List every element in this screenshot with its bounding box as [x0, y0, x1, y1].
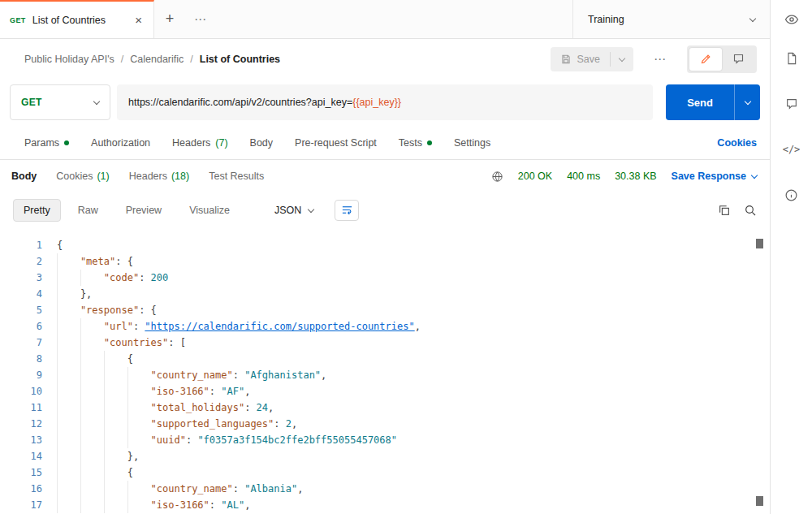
- response-tabs: Body Cookies (1) Headers (18) Test Resul…: [11, 171, 264, 182]
- code-line: 13"uuid": "f0357a3f154bc2ffe2bff55055457…: [0, 432, 770, 448]
- chevron-down-icon: [749, 15, 756, 21]
- breadcrumb-folder[interactable]: Calendarific: [130, 54, 184, 65]
- response-tab-cookies[interactable]: Cookies (1): [56, 171, 109, 182]
- response-body-viewer[interactable]: 1{2"meta": {3"code": 2004},5"response": …: [0, 227, 770, 514]
- request-tabs: Params Authorization Headers (7) Body Pr…: [0, 126, 770, 160]
- code-line: 17"iso-3166": "AL",: [0, 497, 770, 513]
- json-key: "total_holidays": [151, 402, 245, 413]
- edit-mode-button[interactable]: [689, 48, 722, 71]
- code-line: 14},: [0, 448, 770, 464]
- view-tab-visualize[interactable]: Visualize: [179, 199, 240, 222]
- close-tab-icon[interactable]: ×: [132, 12, 145, 28]
- indent-guide: [80, 351, 104, 367]
- toolbar-right-icons: [718, 204, 757, 217]
- response-tab-body[interactable]: Body: [11, 171, 37, 182]
- code-text: "countries": [: [42, 335, 186, 351]
- wrap-lines-icon[interactable]: [335, 200, 359, 221]
- json-key: "url": [104, 321, 133, 332]
- json-key: "country_name": [151, 369, 233, 381]
- save-options-button[interactable]: [611, 47, 633, 71]
- request-tab[interactable]: GET List of Countries ×: [0, 0, 154, 38]
- tab-label: Headers: [172, 137, 210, 149]
- view-tab-raw[interactable]: Raw: [67, 199, 109, 222]
- tab-label: Pre-request Script: [295, 137, 377, 149]
- indent-guide: [80, 464, 104, 481]
- response-tab-test-results[interactable]: Test Results: [209, 171, 264, 182]
- code-text: {: [42, 351, 133, 367]
- workspace-selector[interactable]: Training: [572, 0, 770, 38]
- send-options-button[interactable]: [734, 84, 760, 120]
- json-punct: :: [233, 369, 244, 381]
- json-key: "code": [104, 272, 139, 283]
- json-key: "meta": [80, 256, 115, 267]
- code-text: {: [42, 464, 133, 481]
- response-header: Body Cookies (1) Headers (18) Test Resul…: [0, 160, 770, 192]
- cookies-link[interactable]: Cookies: [717, 137, 757, 149]
- json-value: "Afghanistan": [244, 369, 321, 381]
- view-tab-preview[interactable]: Preview: [115, 199, 172, 222]
- save-response-label: Save Response: [672, 171, 746, 182]
- indent-guide: [80, 367, 104, 383]
- json-punct: :: [209, 386, 221, 397]
- comments-panel-icon[interactable]: [782, 96, 801, 112]
- line-number: 7: [0, 335, 42, 351]
- method-dropdown[interactable]: GET: [10, 84, 110, 120]
- tab-params[interactable]: Params: [24, 137, 69, 149]
- tab-body[interactable]: Body: [250, 137, 274, 149]
- breadcrumb-request-name: List of Countries: [200, 54, 280, 65]
- indent-guide: [57, 497, 80, 513]
- json-punct: ,: [321, 369, 326, 381]
- format-dropdown[interactable]: JSON: [268, 200, 320, 221]
- documentation-icon[interactable]: [782, 50, 801, 67]
- tab-label: Tests: [399, 137, 422, 149]
- comments-button[interactable]: [722, 48, 754, 71]
- send-button[interactable]: Send: [666, 84, 734, 120]
- json-punct: :: [233, 483, 244, 495]
- indent-guide: [127, 400, 151, 416]
- indent-guide: [104, 383, 127, 400]
- code-snippet-icon[interactable]: </>: [782, 141, 801, 158]
- breadcrumb-collection[interactable]: Public Holiday API's: [24, 54, 114, 65]
- tab-authorization[interactable]: Authorization: [91, 137, 150, 149]
- response-time: 400 ms: [567, 171, 600, 182]
- info-icon[interactable]: [782, 187, 801, 203]
- scrollbar-down[interactable]: [756, 496, 763, 506]
- save-icon: [560, 54, 572, 65]
- line-number: 1: [0, 237, 42, 253]
- url-variable: {{api_key}}: [352, 97, 401, 108]
- tab-tests[interactable]: Tests: [399, 137, 432, 149]
- tab-title: List of Countries: [32, 15, 126, 26]
- tab-pre-request-script[interactable]: Pre-request Script: [295, 137, 377, 149]
- tab-label: Cookies: [56, 171, 93, 182]
- tab-headers[interactable]: Headers (7): [172, 137, 228, 149]
- indent-guide: [104, 481, 127, 497]
- new-tab-button[interactable]: +: [154, 0, 185, 38]
- json-link[interactable]: "https://calendarific.com/supported-coun…: [145, 321, 414, 332]
- indent-guide: [127, 383, 151, 400]
- save-response-button[interactable]: Save Response: [672, 171, 757, 182]
- eye-icon[interactable]: [782, 11, 801, 28]
- json-punct: ,: [244, 386, 250, 397]
- code-text: "iso-3166": "AF",: [42, 383, 250, 400]
- response-tab-headers[interactable]: Headers (18): [129, 171, 189, 182]
- tab-label: Params: [24, 137, 59, 149]
- main-column: GET List of Countries × + ⋯ Training Pub…: [0, 0, 770, 514]
- line-number: 2: [0, 253, 42, 270]
- send-button-group: Send: [666, 84, 760, 120]
- scrollbar-thumb[interactable]: [756, 239, 763, 248]
- save-label: Save: [577, 54, 601, 65]
- tab-label: Settings: [454, 137, 490, 149]
- url-input[interactable]: https://calendarific.com/api/v2/countrie…: [117, 84, 653, 120]
- tab-more-icon[interactable]: ⋯: [185, 0, 216, 38]
- save-button[interactable]: Save: [551, 54, 611, 65]
- indent-guide: [57, 464, 80, 481]
- copy-icon[interactable]: [718, 204, 731, 217]
- tab-settings[interactable]: Settings: [454, 137, 490, 149]
- search-icon[interactable]: [744, 204, 757, 217]
- view-tab-pretty[interactable]: Pretty: [13, 199, 61, 222]
- more-actions-icon[interactable]: ⋯: [645, 52, 676, 67]
- json-key: "supported_languages": [151, 418, 274, 430]
- indent-guide: [57, 383, 80, 400]
- indent-guide: [57, 367, 80, 383]
- indent-guide: [80, 416, 104, 432]
